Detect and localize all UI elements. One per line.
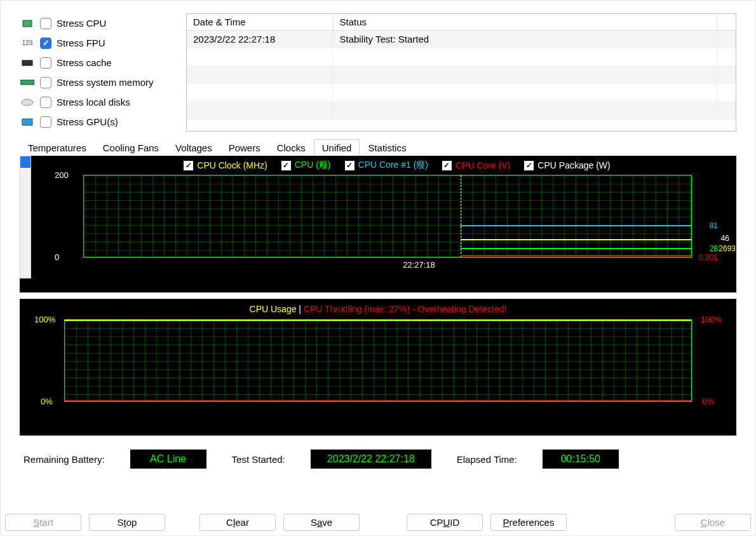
event-log-table: Date & Time Status 2023/2/22 22:27:18 St… (186, 13, 736, 132)
stress-label[interactable]: Stress CPU (57, 18, 106, 29)
legend-check-pkgw[interactable] (524, 161, 534, 170)
button-bar: Start Stop Clear Save CPUID Preferences … (5, 514, 751, 531)
cpu-icon (20, 17, 35, 30)
legend-check-cpu[interactable] (281, 161, 291, 170)
legend-label: CPU Clock (MHz) (197, 160, 267, 170)
legend-check-cpuclock[interactable] (184, 161, 193, 170)
close-button[interactable]: Close (675, 514, 751, 531)
svg-rect-1 (22, 60, 32, 65)
battery-value: AC Line (130, 450, 206, 469)
series-core1 (461, 225, 691, 226)
stress-checkbox[interactable] (40, 38, 51, 49)
series-cpuclock (461, 239, 691, 240)
stress-label[interactable]: Stress system memory (57, 77, 154, 88)
svg-rect-0 (23, 20, 32, 27)
started-label: Test Started: (232, 454, 285, 465)
throttle-bot: 0% (702, 397, 714, 406)
legend-check-corev[interactable] (442, 161, 452, 170)
throttle-top: 100% (701, 315, 722, 324)
svg-rect-2 (20, 80, 34, 85)
series-corev (461, 255, 691, 256)
cpuid-button[interactable]: CPUID (407, 514, 483, 531)
tab-unified[interactable]: Unified (314, 139, 360, 156)
stress-checkbox[interactable] (40, 57, 51, 69)
started-value: 2023/2/22 22:27:18 (311, 450, 431, 469)
chart-scrollbar-thumb[interactable] (20, 156, 30, 168)
value-core1: 81 (710, 221, 718, 230)
tab-clocks[interactable]: Clocks (269, 139, 314, 156)
usage-bot: 0% (41, 397, 53, 406)
legend-label: CPU Core (V) (456, 160, 510, 170)
stress-label[interactable]: Stress FPU (57, 38, 105, 48)
chart2-title: CPU Usage | CPU Throttling (max: 27%) - … (58, 304, 698, 314)
value-cpu: 28 (710, 244, 718, 253)
stress-label[interactable]: Stress local disks (57, 97, 130, 107)
stress-label[interactable]: Stress GPU(s) (57, 116, 118, 127)
svg-rect-4 (22, 119, 32, 125)
y-tick-0: 0 (55, 252, 59, 262)
value-cpuclock: 2693 (719, 244, 736, 253)
chart-grid: 200 0 81 46 28 2693 0.901 (83, 175, 692, 258)
tab-voltages[interactable]: Voltages (167, 139, 220, 156)
log-header-datetime[interactable]: Date & Time (187, 14, 333, 31)
chart-legend: CPU Clock (MHz) CPU (癈) CPU Core #1 (癈) … (64, 160, 730, 171)
stop-button[interactable]: Stop (89, 514, 165, 531)
cache-icon (20, 57, 35, 69)
start-button[interactable]: Start (5, 514, 81, 531)
ram-icon (20, 76, 35, 89)
chart2-grid: 100% 0% 100% 0% (64, 319, 692, 402)
log-row-empty (187, 66, 736, 84)
log-header-status[interactable]: Status (333, 14, 717, 31)
y-tick-200: 200 (55, 170, 69, 180)
log-row[interactable]: 2023/2/22 22:27:18 Stability Test: Start… (187, 31, 736, 48)
stress-checkbox[interactable] (40, 18, 51, 29)
log-row-empty (187, 48, 736, 66)
fpu-icon: 123 (20, 37, 35, 50)
tab-statistics[interactable]: Statistics (360, 139, 414, 156)
cpu-throttle-line (65, 400, 691, 401)
svg-point-3 (22, 99, 33, 106)
stress-checkbox[interactable] (40, 77, 51, 88)
tab-cooling-fans[interactable]: Cooling Fans (95, 139, 167, 156)
disk-icon (20, 96, 35, 109)
legend-label: CPU Package (W) (537, 160, 610, 170)
battery-label: Remaining Battery: (24, 454, 105, 465)
cpu-usage-line (65, 320, 691, 321)
tab-powers[interactable]: Powers (220, 139, 269, 156)
unified-chart: CPU Clock (MHz) CPU (癈) CPU Core #1 (癈) … (20, 156, 736, 292)
save-button[interactable]: Save (283, 514, 360, 531)
stress-label[interactable]: Stress cache (57, 57, 112, 68)
stress-checkbox[interactable] (40, 116, 51, 128)
legend-label: CPU Core #1 (癈) (358, 160, 428, 171)
tab-temperatures[interactable]: Temperatures (20, 139, 95, 156)
value-pkgw: 46 (721, 234, 729, 243)
legend-label: CPU (癈) (295, 160, 331, 171)
elapsed-value: 00:15:50 (543, 450, 619, 469)
series-cpu (461, 248, 691, 249)
log-row-empty (187, 84, 736, 102)
log-cell-status: Stability Test: Started (333, 31, 717, 48)
stress-options: Stress CPU123 Stress FPU Stress cache St… (20, 13, 179, 132)
log-row-empty (187, 102, 736, 120)
x-marker-label: 22:27:18 (267, 260, 571, 270)
status-bar: Remaining Battery: AC Line Test Started:… (24, 450, 736, 469)
usage-top: 100% (34, 315, 55, 324)
gpu-icon (20, 116, 35, 128)
graph-tabs: TemperaturesCooling FansVoltagesPowersCl… (20, 139, 736, 156)
log-cell-datetime: 2023/2/22 22:27:18 (187, 31, 333, 48)
preferences-button[interactable]: Preferences (490, 514, 567, 531)
elapsed-label: Elapsed Time: (457, 454, 517, 465)
time-marker (461, 175, 461, 257)
chart-scrollbar[interactable] (20, 156, 31, 278)
stress-checkbox[interactable] (40, 97, 51, 108)
clear-button[interactable]: Clear (199, 514, 276, 531)
usage-throttle-chart: CPU Usage | CPU Throttling (max: 27%) - … (20, 299, 736, 436)
legend-check-core1[interactable] (345, 161, 354, 170)
value-corev: 0.901 (699, 253, 718, 262)
